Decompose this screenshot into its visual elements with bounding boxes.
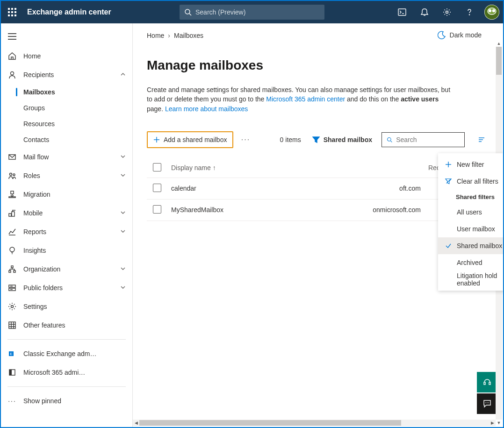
cell-displayname: calendar bbox=[167, 178, 294, 199]
items-count: 0 items bbox=[280, 136, 301, 143]
row-checkbox[interactable] bbox=[153, 184, 161, 192]
sidebar-subitem-resources[interactable]: Resources bbox=[1, 116, 132, 132]
scroll-left-arrow[interactable]: ◀ bbox=[133, 420, 139, 426]
filter-option-usermailbox[interactable]: User mailbox bbox=[438, 221, 503, 237]
headset-icon bbox=[482, 378, 492, 387]
more-actions-button[interactable]: ··· bbox=[238, 132, 253, 147]
waffle-icon bbox=[8, 8, 16, 16]
sidebar-item-mobile[interactable]: Mobile bbox=[1, 204, 132, 222]
settings-button[interactable] bbox=[436, 1, 458, 23]
scroll-down-arrow[interactable]: ▼ bbox=[496, 420, 502, 426]
person-icon bbox=[7, 70, 17, 79]
list-options-button[interactable] bbox=[474, 136, 489, 143]
sidebar-item-label: Settings bbox=[23, 303, 47, 310]
help-button[interactable] bbox=[458, 1, 481, 23]
sidebar-item-label: Public folders bbox=[23, 284, 63, 292]
svg-point-64 bbox=[485, 402, 486, 403]
svg-point-6 bbox=[469, 14, 469, 15]
feedback-fab[interactable] bbox=[477, 393, 497, 414]
sidebar-item-settings[interactable]: Settings bbox=[1, 297, 132, 316]
sidebar-item-label: Recipients bbox=[23, 71, 54, 78]
add-shared-mailbox-button[interactable]: Add a shared mailbox bbox=[147, 131, 233, 148]
sidebar-item-recipients[interactable]: Recipients bbox=[1, 65, 132, 84]
exchange-icon: E bbox=[7, 349, 17, 358]
sidebar-item-organization[interactable]: Organization bbox=[1, 260, 132, 278]
moon-icon bbox=[438, 31, 446, 39]
support-fab[interactable] bbox=[477, 372, 497, 392]
m365-icon bbox=[7, 368, 17, 377]
user-avatar[interactable] bbox=[484, 5, 499, 20]
sidebar-item-roles[interactable]: Roles bbox=[1, 166, 132, 185]
help-fab-stack bbox=[477, 372, 497, 414]
sidebar-item-reports[interactable]: Reports bbox=[1, 222, 132, 241]
column-header-displayname[interactable]: Display name ↑ bbox=[167, 158, 294, 178]
migration-icon bbox=[7, 190, 17, 199]
global-search-input[interactable] bbox=[195, 8, 320, 16]
svg-point-18 bbox=[10, 173, 12, 176]
global-search[interactable] bbox=[180, 5, 324, 20]
table-search-input[interactable] bbox=[396, 136, 460, 143]
filter-option-sharedmailbox[interactable]: Shared mailbox bbox=[438, 237, 503, 254]
filter-option-litigation[interactable]: Litigation hold enabled bbox=[438, 271, 503, 288]
filter-option-allusers[interactable]: All users bbox=[438, 204, 503, 221]
breadcrumb-home[interactable]: Home bbox=[147, 32, 164, 39]
chevron-right-icon: › bbox=[168, 32, 170, 39]
sidebar-item-mailflow[interactable]: Mail flow bbox=[1, 148, 132, 166]
nav-divider bbox=[7, 339, 126, 340]
row-checkbox[interactable] bbox=[153, 205, 161, 214]
filter-new[interactable]: New filter bbox=[438, 156, 503, 173]
sidebar-subitem-groups[interactable]: Groups bbox=[1, 100, 132, 116]
filter-option-archived[interactable]: Archived bbox=[438, 254, 503, 271]
header-actions bbox=[391, 1, 503, 23]
sidebar-subitem-mailboxes[interactable]: Mailboxes bbox=[1, 84, 132, 100]
plus-icon bbox=[153, 136, 160, 143]
column-header-email[interactable] bbox=[294, 158, 425, 178]
dark-mode-toggle[interactable]: Dark mode bbox=[438, 31, 482, 39]
gear-icon bbox=[7, 302, 17, 311]
filter-icon bbox=[312, 136, 320, 143]
sidebar-item-label: Mobile bbox=[23, 209, 43, 217]
chevron-down-icon bbox=[120, 228, 126, 235]
app-launcher[interactable] bbox=[1, 1, 23, 23]
sidebar-item-label: Mail flow bbox=[23, 153, 49, 161]
sidebar-item-label: Insights bbox=[23, 247, 46, 254]
sidebar-item-migration[interactable]: Migration bbox=[1, 185, 132, 204]
notifications-button[interactable] bbox=[413, 1, 436, 23]
ellipsis-icon: ··· bbox=[7, 396, 17, 406]
sidebar-subitem-contacts[interactable]: Contacts bbox=[1, 132, 132, 148]
link-learn-more[interactable]: Learn more about mailboxes bbox=[165, 105, 248, 113]
sidebar-item-publicfolders[interactable]: Public folders bbox=[1, 278, 132, 297]
folder-icon bbox=[7, 283, 17, 292]
scroll-thumb[interactable] bbox=[139, 420, 401, 426]
sidebar-item-classic-exchange[interactable]: E Classic Exchange adm… bbox=[1, 344, 132, 363]
nav-divider bbox=[7, 386, 126, 387]
shell-prompt-button[interactable] bbox=[391, 1, 413, 23]
sidebar-item-insights[interactable]: Insights bbox=[1, 241, 132, 260]
chat-icon bbox=[482, 399, 492, 408]
svg-text:E: E bbox=[10, 352, 12, 356]
horizontal-scrollbar[interactable]: ◀ ▶ bbox=[133, 420, 496, 426]
table-search[interactable] bbox=[382, 132, 465, 147]
sidebar-item-otherfeatures[interactable]: Other features bbox=[1, 316, 132, 335]
svg-rect-32 bbox=[9, 271, 11, 272]
sidebar-item-home[interactable]: Home bbox=[1, 47, 132, 65]
help-icon bbox=[465, 8, 474, 16]
scroll-right-arrow[interactable]: ▶ bbox=[489, 420, 496, 426]
svg-point-66 bbox=[488, 402, 489, 403]
svg-rect-43 bbox=[9, 322, 15, 328]
check-icon bbox=[445, 243, 452, 249]
svg-rect-31 bbox=[11, 266, 13, 268]
filter-button[interactable]: Shared mailbox bbox=[312, 136, 372, 143]
scroll-up-arrow[interactable]: ▲ bbox=[496, 40, 502, 47]
sidebar-item-m365-admin[interactable]: Microsoft 365 admi… bbox=[1, 363, 132, 382]
scroll-thumb[interactable] bbox=[496, 47, 502, 75]
bell-icon bbox=[420, 8, 429, 16]
sort-asc-icon: ↑ bbox=[213, 164, 216, 171]
nav-toggle[interactable] bbox=[1, 26, 23, 47]
select-all-checkbox[interactable] bbox=[153, 163, 161, 171]
link-m365-admin[interactable]: Microsoft 365 admin center bbox=[266, 95, 345, 103]
sidebar-item-label: Organization bbox=[23, 265, 60, 273]
sidebar-item-label: Show pinned bbox=[23, 397, 61, 405]
sidebar-show-pinned[interactable]: ··· Show pinned bbox=[1, 392, 132, 410]
filter-clear[interactable]: Clear all filters bbox=[438, 173, 503, 190]
